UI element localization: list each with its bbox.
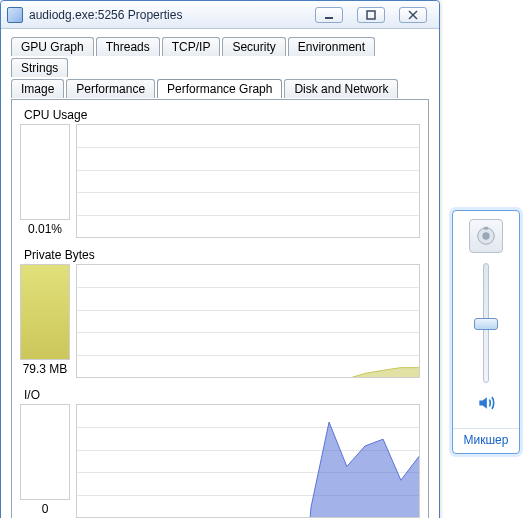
volume-flyout: Микшер bbox=[452, 210, 520, 454]
cpu-history-chart bbox=[76, 124, 420, 238]
properties-window: audiodg.exe:5256 Properties GPU Graph Th… bbox=[0, 0, 440, 518]
tab-environment[interactable]: Environment bbox=[288, 37, 375, 56]
io-series bbox=[77, 405, 419, 518]
tab-gpu-graph[interactable]: GPU Graph bbox=[11, 37, 94, 56]
tab-row-2: Image Performance Performance Graph Disk… bbox=[11, 79, 429, 98]
io-value: 0 bbox=[20, 502, 70, 516]
maximize-button[interactable] bbox=[357, 7, 385, 23]
tab-image[interactable]: Image bbox=[11, 79, 64, 98]
tab-strings[interactable]: Strings bbox=[11, 58, 68, 77]
tab-performance-graph[interactable]: Performance Graph bbox=[157, 79, 282, 98]
app-icon bbox=[7, 7, 23, 23]
tab-security[interactable]: Security bbox=[222, 37, 285, 56]
pb-label: Private Bytes bbox=[24, 248, 420, 262]
pb-row: 79.3 MB bbox=[20, 264, 420, 378]
minimize-button[interactable] bbox=[315, 7, 343, 23]
cpu-series bbox=[77, 125, 419, 238]
tab-row-1: GPU Graph Threads TCP/IP Security Enviro… bbox=[11, 37, 429, 77]
pb-history-chart bbox=[76, 264, 420, 378]
client-area: GPU Graph Threads TCP/IP Security Enviro… bbox=[1, 29, 439, 518]
pb-series bbox=[77, 265, 419, 378]
svg-point-5 bbox=[482, 232, 489, 239]
window-buttons bbox=[315, 7, 433, 23]
volume-thumb[interactable] bbox=[474, 318, 498, 330]
io-history-chart bbox=[76, 404, 420, 518]
tab-panel: CPU Usage 0.01% Private Bytes 79.3 MB bbox=[11, 99, 429, 518]
speaker-icon[interactable] bbox=[476, 393, 496, 418]
io-row: 0 bbox=[20, 404, 420, 518]
svg-rect-6 bbox=[484, 227, 488, 230]
cpu-label: CPU Usage bbox=[24, 108, 420, 122]
io-label: I/O bbox=[24, 388, 420, 402]
cpu-mini-chart bbox=[20, 124, 70, 220]
window-title: audiodg.exe:5256 Properties bbox=[29, 8, 315, 22]
cpu-value: 0.01% bbox=[20, 222, 70, 236]
mixer-link[interactable]: Микшер bbox=[453, 428, 519, 447]
io-mini-chart bbox=[20, 404, 70, 500]
tab-disk-and-network[interactable]: Disk and Network bbox=[284, 79, 398, 98]
titlebar[interactable]: audiodg.exe:5256 Properties bbox=[1, 1, 439, 29]
cpu-row: 0.01% bbox=[20, 124, 420, 238]
tab-tcpip[interactable]: TCP/IP bbox=[162, 37, 221, 56]
tab-threads[interactable]: Threads bbox=[96, 37, 160, 56]
pb-value: 79.3 MB bbox=[20, 362, 70, 376]
svg-rect-1 bbox=[367, 11, 375, 19]
tab-performance[interactable]: Performance bbox=[66, 79, 155, 98]
output-device-icon[interactable] bbox=[469, 219, 503, 253]
close-button[interactable] bbox=[399, 7, 427, 23]
pb-mini-chart bbox=[20, 264, 70, 360]
volume-slider[interactable] bbox=[483, 263, 489, 383]
